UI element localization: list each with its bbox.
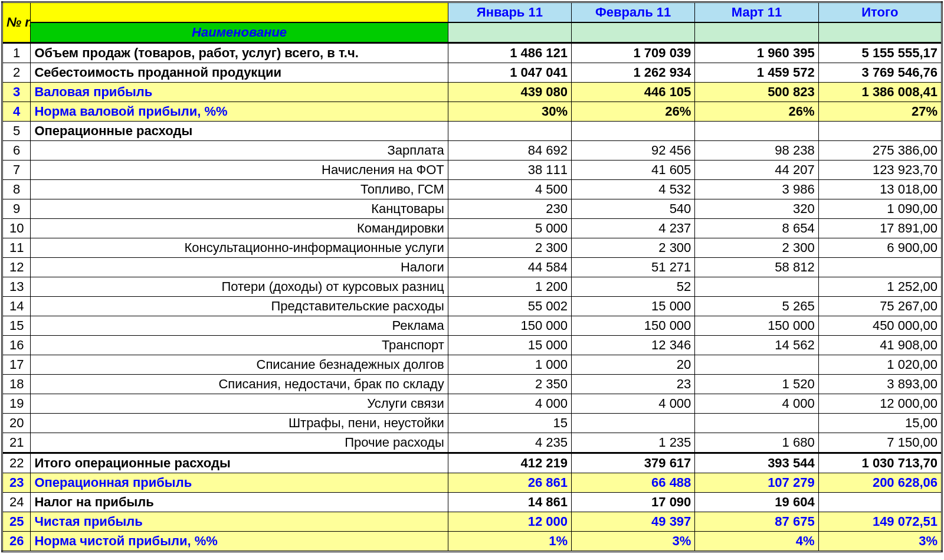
row-value: 4 235 [448, 433, 571, 453]
row-value: 4 532 [572, 180, 695, 199]
row-value: 26 861 [448, 473, 571, 493]
row-label: Консультационно-информационные услуги [31, 238, 448, 258]
row-number: 6 [2, 141, 31, 161]
row-value: 87 675 [695, 512, 818, 532]
row-label: Операционная прибыль [31, 473, 448, 493]
row-value: 5 000 [448, 219, 571, 238]
row-value: 4 000 [448, 394, 571, 414]
row-label: Топливо, ГСМ [31, 180, 448, 199]
row-value: 1 262 934 [572, 63, 695, 83]
row-number: 18 [2, 375, 31, 394]
header-row-number: № п/п [2, 2, 31, 43]
table-row: 16Транспорт15 00012 34614 56241 908,00 [2, 336, 942, 355]
row-number: 5 [2, 122, 31, 141]
row-value: 26% [572, 102, 695, 122]
row-number: 15 [2, 316, 31, 336]
row-value: 12 346 [572, 336, 695, 355]
table-row: 24Налог на прибыль14 86117 09019 604 [2, 493, 942, 512]
row-value: 439 080 [448, 83, 571, 102]
row-value [695, 122, 818, 141]
row-value: 4 500 [448, 180, 571, 199]
row-number: 1 [2, 43, 31, 63]
row-number: 3 [2, 83, 31, 102]
row-value: 52 [572, 277, 695, 297]
row-value: 1 960 395 [695, 43, 818, 63]
table-row: 14Представительские расходы55 00215 0005… [2, 297, 942, 316]
row-value: 13 018,00 [818, 180, 942, 199]
row-label: Услуги связи [31, 394, 448, 414]
row-value: 17 090 [572, 493, 695, 512]
row-value: 5 265 [695, 297, 818, 316]
row-value: 14 562 [695, 336, 818, 355]
row-label: Налог на прибыль [31, 493, 448, 512]
row-value [818, 258, 942, 277]
row-value: 150 000 [695, 316, 818, 336]
row-value: 7 150,00 [818, 433, 942, 453]
table-row: 26Норма чистой прибыли, %%1%3%4%3% [2, 532, 942, 552]
row-value [695, 277, 818, 297]
row-number: 23 [2, 473, 31, 493]
table-row: 25Чистая прибыль12 00049 39787 675149 07… [2, 512, 942, 532]
row-value: 4% [695, 532, 818, 552]
row-number: 10 [2, 219, 31, 238]
row-label: Норма чистой прибыли, %% [31, 532, 448, 552]
row-value: 200 628,06 [818, 473, 942, 493]
row-value: 1 047 041 [448, 63, 571, 83]
table-row: 17Списание безнадежных долгов1 000201 02… [2, 355, 942, 375]
row-value: 12 000 [448, 512, 571, 532]
row-value [695, 355, 818, 375]
row-value: 12 000,00 [818, 394, 942, 414]
table-row: 15Реклама150 000150 000150 000450 000,00 [2, 316, 942, 336]
row-value [572, 122, 695, 141]
row-value: 75 267,00 [818, 297, 942, 316]
row-label: Транспорт [31, 336, 448, 355]
header-green-blank-1 [572, 22, 695, 43]
row-value: 49 397 [572, 512, 695, 532]
row-value: 1 252,00 [818, 277, 942, 297]
row-value: 107 279 [695, 473, 818, 493]
row-value: 446 105 [572, 83, 695, 102]
row-value: 2 300 [695, 238, 818, 258]
row-value: 84 692 [448, 141, 571, 161]
row-value: 27% [818, 102, 942, 122]
table-row: 9Канцтовары2305403201 090,00 [2, 199, 942, 219]
row-number: 12 [2, 258, 31, 277]
table-row: 4Норма валовой прибыли, %%30%26%26%27% [2, 102, 942, 122]
row-value: 1 680 [695, 433, 818, 453]
table-row: 18Списания, недостачи, брак по складу2 3… [2, 375, 942, 394]
row-value: 320 [695, 199, 818, 219]
row-value: 1 090,00 [818, 199, 942, 219]
row-value: 66 488 [572, 473, 695, 493]
row-number: 22 [2, 453, 31, 473]
table-row: 7Начисления на ФОТ38 11141 60544 207123 … [2, 161, 942, 180]
row-value: 412 219 [448, 453, 571, 473]
row-label: Себестоимость проданной продукции [31, 63, 448, 83]
row-value: 2 300 [448, 238, 571, 258]
table-row: 12Налоги44 58451 27158 812 [2, 258, 942, 277]
row-value: 3% [818, 532, 942, 552]
row-value: 3 986 [695, 180, 818, 199]
table-row: 1Объем продаж (товаров, работ, услуг) вс… [2, 43, 942, 63]
row-label: Начисления на ФОТ [31, 161, 448, 180]
row-value: 450 000,00 [818, 316, 942, 336]
row-value: 1% [448, 532, 571, 552]
table-row: 23Операционная прибыль26 86166 488107 27… [2, 473, 942, 493]
row-label: Списание безнадежных долгов [31, 355, 448, 375]
row-value: 2 350 [448, 375, 571, 394]
row-value: 1 020,00 [818, 355, 942, 375]
row-label: Прочие расходы [31, 433, 448, 453]
row-value: 15 [448, 414, 571, 433]
row-value: 1 386 008,41 [818, 83, 942, 102]
row-number: 4 [2, 102, 31, 122]
row-value: 150 000 [448, 316, 571, 336]
row-value: 41 908,00 [818, 336, 942, 355]
row-value: 41 605 [572, 161, 695, 180]
row-value: 19 604 [695, 493, 818, 512]
row-value: 123 923,70 [818, 161, 942, 180]
header-green-blank-2 [695, 22, 818, 43]
row-number: 7 [2, 161, 31, 180]
table-row: 21Прочие расходы4 2351 2351 6807 150,00 [2, 433, 942, 453]
row-value: 2 300 [572, 238, 695, 258]
row-value: 379 617 [572, 453, 695, 473]
row-value: 3 893,00 [818, 375, 942, 394]
